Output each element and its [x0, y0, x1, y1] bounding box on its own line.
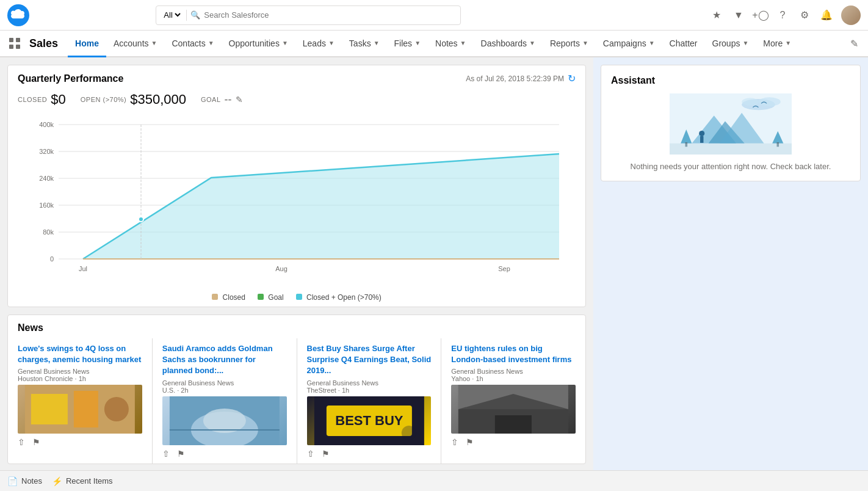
- nav-label-chatter: Chatter: [670, 38, 698, 48]
- lightning-icon: ⚡: [52, 476, 62, 486]
- app-name: Sales: [29, 37, 58, 50]
- flag-icon-3[interactable]: ⚑: [466, 437, 474, 447]
- svg-rect-1: [16, 38, 20, 42]
- news-title-3[interactable]: EU tightens rules on big London-based in…: [451, 343, 576, 365]
- share-icon-0[interactable]: ⇧: [18, 437, 25, 447]
- assistant-title: Assistant: [611, 75, 850, 86]
- nav-item-accounts[interactable]: Accounts ▼: [106, 31, 165, 57]
- chart-card-header: Quarterly Performance As of Jul 26, 2018…: [8, 65, 585, 89]
- nav-label-opportunities: Opportunities: [229, 38, 280, 48]
- svg-text:320k: 320k: [39, 148, 54, 155]
- stat-goal: GOAL -- ✎: [201, 93, 243, 106]
- flag-icon-0[interactable]: ⚑: [32, 437, 40, 447]
- chevron-down-icon: ▼: [282, 40, 288, 46]
- svg-text:BEST BUY: BEST BUY: [335, 413, 403, 428]
- chevron-down-icon: ▼: [529, 40, 535, 46]
- svg-point-41: [758, 97, 780, 106]
- share-icon-2[interactable]: ⇧: [307, 449, 314, 459]
- svg-text:160k: 160k: [39, 202, 54, 209]
- help-icon[interactable]: ?: [775, 8, 790, 23]
- nav-item-reports[interactable]: Reports ▼: [543, 31, 596, 57]
- search-input[interactable]: [204, 10, 455, 20]
- add-icon[interactable]: +◯: [753, 8, 768, 23]
- svg-text:80k: 80k: [43, 228, 54, 236]
- news-source-0: General Business News Houston Chronicle …: [18, 368, 142, 382]
- share-icon-1[interactable]: ⇧: [162, 449, 170, 459]
- svg-rect-25: [74, 391, 98, 427]
- nav-item-home[interactable]: Home: [68, 31, 106, 57]
- chevron-down-icon: ▼: [460, 40, 466, 46]
- nav-label-groups: Groups: [712, 38, 740, 48]
- nav-item-dashboards[interactable]: Dashboards ▼: [474, 31, 543, 57]
- assistant-card: Assistant: [601, 65, 861, 181]
- legend-goal: Goal: [258, 293, 284, 302]
- nav-label-dashboards: Dashboards: [481, 38, 527, 48]
- news-item-0: Lowe's swings to 4Q loss on charges, ane…: [8, 338, 153, 464]
- flag-icon-1[interactable]: ⚑: [177, 449, 185, 459]
- chevron-down-icon: ▼: [414, 40, 421, 46]
- nav-item-contacts[interactable]: Contacts ▼: [164, 31, 221, 57]
- nav-edit-button[interactable]: ✎: [845, 35, 863, 52]
- news-source-1: General Business News U.S. · 2h: [162, 379, 287, 394]
- nav-label-accounts: Accounts: [114, 38, 149, 48]
- share-icon-3[interactable]: ⇧: [451, 437, 458, 447]
- news-title-0[interactable]: Lowe's swings to 4Q loss on charges, ane…: [18, 343, 142, 365]
- chevron-down-icon: ▼: [208, 40, 214, 46]
- svg-text:Aug: Aug: [275, 265, 288, 272]
- news-img-svg-2: BEST BUY: [307, 396, 432, 445]
- chart-area: 400k 320k 240k 160k 80k 0 Jul Aug Sep: [8, 112, 585, 288]
- news-item-3: EU tightens rules on big London-based in…: [441, 338, 585, 464]
- news-actions-2: ⇧ ⚑: [307, 449, 432, 459]
- svg-text:Jul: Jul: [79, 265, 87, 272]
- salesforce-logo[interactable]: [7, 4, 29, 26]
- nav-item-notes[interactable]: Notes ▼: [428, 31, 473, 57]
- legend-closed-open-dot: [296, 294, 302, 300]
- nav-item-groups[interactable]: Groups ▼: [705, 31, 756, 57]
- notifications-icon[interactable]: 🔔: [819, 8, 834, 23]
- nav-label-reports: Reports: [550, 38, 580, 48]
- nav-item-leads[interactable]: Leads ▼: [295, 31, 342, 57]
- bottom-bar: 📄 Notes ⚡ Recent Items: [0, 470, 868, 491]
- app-launcher-button[interactable]: [5, 34, 24, 53]
- chevron-down-icon: ▼: [151, 40, 157, 46]
- svg-rect-50: [670, 144, 792, 155]
- nav-item-opportunities[interactable]: Opportunities ▼: [222, 31, 295, 57]
- nav-item-chatter[interactable]: Chatter: [662, 31, 705, 57]
- nav-bar: Sales Home Accounts ▼ Contacts ▼ Opportu…: [0, 31, 868, 57]
- refresh-icon[interactable]: ↻: [568, 73, 576, 84]
- nav-item-campaigns[interactable]: Campaigns ▼: [596, 31, 662, 57]
- notes-bottom-item[interactable]: 📄 Notes: [7, 476, 42, 486]
- settings-icon[interactable]: ⚙: [797, 8, 812, 23]
- grid-icon: [9, 37, 21, 49]
- avatar[interactable]: [841, 5, 861, 25]
- nav-label-files: Files: [394, 38, 413, 48]
- dropdown-icon[interactable]: ▼: [731, 8, 746, 23]
- chart-legend: Closed Goal Closed + Open (>70%): [8, 288, 585, 307]
- svg-text:Sep: Sep: [498, 265, 510, 272]
- news-actions-0: ⇧ ⚑: [18, 437, 142, 447]
- chart-subtitle: As of Jul 26, 2018 5:22:39 PM ↻: [466, 73, 576, 84]
- svg-rect-38: [495, 415, 532, 434]
- news-img-svg-1: [162, 396, 287, 445]
- svg-rect-2: [9, 45, 13, 49]
- open-label: OPEN (>70%): [81, 96, 127, 103]
- notes-icon: 📄: [7, 476, 18, 486]
- nav-item-more[interactable]: More ▼: [756, 31, 798, 57]
- news-image-1: [162, 396, 287, 445]
- recent-items-bottom-item[interactable]: ⚡ Recent Items: [52, 476, 113, 486]
- flag-icon-2[interactable]: ⚑: [322, 449, 330, 459]
- goal-edit-icon[interactable]: ✎: [236, 95, 243, 104]
- svg-point-42: [742, 98, 758, 106]
- search-icon: 🔍: [190, 10, 200, 20]
- nav-item-tasks[interactable]: Tasks ▼: [342, 31, 387, 57]
- stats-row: CLOSED $0 OPEN (>70%) $350,000 GOAL -- ✎: [8, 89, 585, 112]
- svg-text:400k: 400k: [39, 121, 54, 128]
- favorites-icon[interactable]: ★: [709, 8, 724, 23]
- search-filter-select[interactable]: All: [161, 10, 183, 20]
- chevron-down-icon: ▼: [785, 40, 791, 46]
- performance-chart: 400k 320k 240k 160k 80k 0 Jul Aug Sep: [18, 112, 576, 283]
- news-title-2[interactable]: Best Buy Shares Surge After Surprise Q4 …: [307, 343, 432, 377]
- nav-item-files[interactable]: Files ▼: [387, 31, 428, 57]
- chevron-down-icon: ▼: [374, 40, 380, 46]
- news-title-1[interactable]: Saudi Aramco adds Goldman Sachs as bookr…: [162, 343, 287, 377]
